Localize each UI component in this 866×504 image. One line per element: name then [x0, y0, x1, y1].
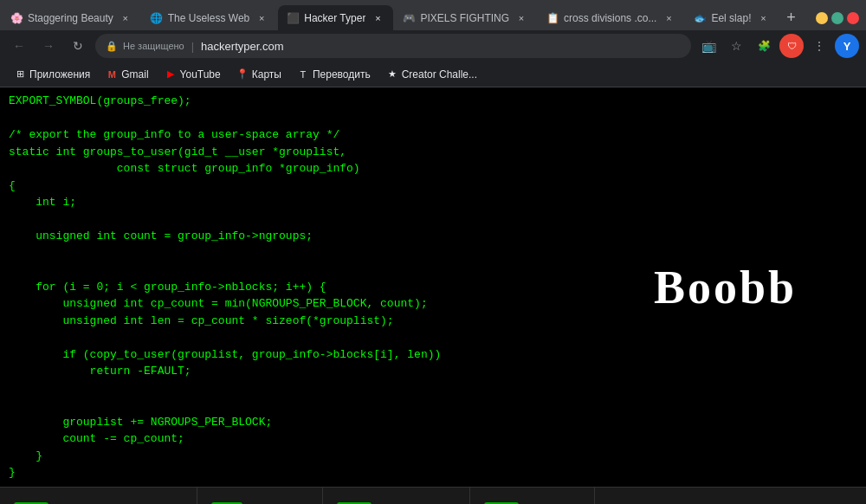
- tab-label-1: The Useless Web: [168, 12, 249, 24]
- bookmark-label-4: Переводить: [313, 68, 371, 81]
- tab-3[interactable]: 🎮 PIXELS FIGHTING ×: [394, 5, 537, 30]
- code-line: [9, 329, 857, 346]
- tab-favicon-2: ⬛: [287, 12, 299, 24]
- bookmark-label-3: Карты: [252, 68, 281, 81]
- bookmark-icon[interactable]: ☆: [724, 34, 748, 58]
- tab-1[interactable]: 🌐 The Useless Web ×: [142, 5, 277, 30]
- toolbar-icons: 📺 ☆ 🧩 🛡 ⋮ Y: [696, 34, 859, 58]
- shortcut-1[interactable]: Ctrl+I Buy AltCoins: [197, 488, 323, 505]
- tab-favicon-5: 🐟: [694, 12, 706, 24]
- tab-close-0[interactable]: ×: [119, 11, 132, 25]
- cast-icon[interactable]: 📺: [696, 34, 721, 58]
- code-line: const struct group_info *group_info): [9, 160, 857, 178]
- bookmark-icon-3: 📍: [236, 68, 249, 81]
- tab-label-3: PIXELS FIGHTING: [420, 12, 509, 24]
- code-line: [9, 397, 857, 414]
- code-line: }: [9, 448, 857, 465]
- tab-label-5: Eel slap!: [711, 12, 751, 24]
- code-line: count -= cp_count;: [9, 430, 857, 448]
- close-button[interactable]: ×: [847, 12, 859, 24]
- lock-icon: 🔒: [106, 41, 118, 52]
- code-line: unsigned int len = cp_count * sizeof(*gr…: [9, 313, 857, 330]
- code-line: unsigned int count = group_info->ngroups…: [9, 228, 857, 245]
- window-controls: – □ ×: [809, 5, 866, 30]
- tab-favicon-3: 🎮: [403, 12, 415, 24]
- tab-favicon-4: 📋: [546, 12, 559, 24]
- url-text: hackertyper.com: [201, 40, 681, 53]
- tab-0[interactable]: 🌸 Staggering Beauty ×: [2, 5, 141, 30]
- code-line: [9, 380, 857, 397]
- profile-avatar[interactable]: Y: [835, 34, 859, 58]
- code-line: [9, 110, 857, 127]
- tab-label-4: cross divisions .co...: [564, 12, 656, 24]
- browser-window: 🌸 Staggering Beauty × 🌐 The Useless Web …: [0, 0, 866, 504]
- bookmark-5[interactable]: ★ Creator Challe...: [379, 65, 484, 84]
- code-line: [9, 262, 857, 279]
- code-line: static int groups_to_user(gid_t __user *…: [9, 144, 857, 161]
- bookmark-label-1: Gmail: [121, 68, 148, 81]
- new-tab-button[interactable]: +: [779, 5, 803, 29]
- code-line: if (copy_to_user(grouplist, group_info->…: [9, 346, 857, 364]
- tab-label-0: Staggering Beauty: [28, 12, 113, 24]
- code-line: /* export the group_info to a user-space…: [9, 126, 857, 144]
- code-line: unsigned int cp_count = min(NGROUPS_PER_…: [9, 295, 857, 313]
- tab-bar: 🌸 Staggering Beauty × 🌐 The Useless Web …: [0, 0, 866, 30]
- code-line: EXPORT_SYMBOL(groups_free);: [9, 93, 857, 110]
- code-line: return -EFAULT;: [9, 363, 857, 380]
- address-bar: ← → ↻ 🔒 Не защищено | hackertyper.com 📺 …: [0, 30, 866, 61]
- extension-icon[interactable]: 🧩: [752, 34, 776, 58]
- tab-5[interactable]: 🐟 Eel slap! ×: [685, 5, 779, 30]
- back-button[interactable]: ←: [7, 34, 31, 58]
- bookmark-0[interactable]: ⊞ Приложения: [7, 65, 97, 84]
- code-area: EXPORT_SYMBOL(groups_free);/* export the…: [0, 87, 866, 487]
- bookmark-icon-0: ⊞: [14, 68, 26, 81]
- bookmark-label-2: YouTube: [180, 68, 221, 81]
- minimize-button[interactable]: –: [816, 12, 828, 24]
- insecure-label: Не защищено: [123, 41, 184, 51]
- code-line: {: [9, 178, 857, 195]
- shortcuts-bar: Ctrl+B Buy Bitcoin [Earn $10 Free] Ctrl+…: [0, 487, 866, 505]
- bookmark-3[interactable]: 📍 Карты: [229, 65, 288, 84]
- code-line: for (i = 0; i < group_info->nblocks; i++…: [9, 279, 857, 296]
- bookmark-icon-2: ▶: [165, 68, 177, 81]
- tab-close-3[interactable]: ×: [514, 11, 528, 25]
- tab-close-4[interactable]: ×: [662, 11, 675, 25]
- shortcut-2[interactable]: Ctrl+P DoorDash Credit: [323, 488, 470, 505]
- url-bar[interactable]: 🔒 Не защищено | hackertyper.com: [95, 34, 691, 58]
- tab-close-5[interactable]: ×: [756, 11, 770, 25]
- tab-2[interactable]: ⬛ Hacker Typer ×: [278, 5, 393, 30]
- main-content-wrapper: EXPORT_SYMBOL(groups_free);/* export the…: [0, 87, 866, 487]
- bookmark-1[interactable]: M Gmail: [99, 65, 155, 84]
- code-line: grouplist += NGROUPS_PER_BLOCK;: [9, 414, 857, 431]
- tab-4[interactable]: 📋 cross divisions .co... ×: [538, 5, 684, 30]
- watermark: [856, 450, 866, 454]
- bookmark-4[interactable]: T Переводить: [290, 65, 378, 84]
- code-line: [9, 245, 857, 262]
- bookmarks-bar: ⊞ Приложения M Gmail ▶ YouTube 📍 Карты T…: [0, 61, 866, 87]
- bookmark-icon-4: T: [297, 68, 309, 81]
- maximize-button[interactable]: □: [831, 12, 843, 24]
- menu-icon[interactable]: ⋮: [807, 34, 831, 58]
- bookmark-icon-1: M: [106, 68, 118, 81]
- bookmark-label-5: Creator Challe...: [402, 68, 477, 81]
- tab-favicon-0: 🌸: [10, 12, 23, 24]
- forward-button[interactable]: →: [36, 34, 61, 58]
- tab-label-2: Hacker Typer: [304, 12, 365, 24]
- bookmark-2[interactable]: ▶ YouTube: [158, 65, 228, 84]
- shortcut-3[interactable]: Ctrl+E Visual eBay: [470, 488, 595, 505]
- reload-button[interactable]: ↻: [66, 34, 90, 58]
- bookmark-label-0: Приложения: [29, 68, 90, 81]
- code-line: }: [9, 464, 857, 481]
- shield-icon[interactable]: 🛡: [779, 34, 804, 58]
- tab-close-1[interactable]: ×: [255, 11, 268, 25]
- shortcut-0[interactable]: Ctrl+B Buy Bitcoin [Earn $10 Free]: [0, 488, 197, 505]
- bookmark-icon-5: ★: [386, 68, 398, 81]
- code-line: int i;: [9, 194, 857, 211]
- tab-favicon-1: 🌐: [151, 12, 163, 24]
- tab-close-2[interactable]: ×: [371, 11, 385, 25]
- code-line: [9, 211, 857, 229]
